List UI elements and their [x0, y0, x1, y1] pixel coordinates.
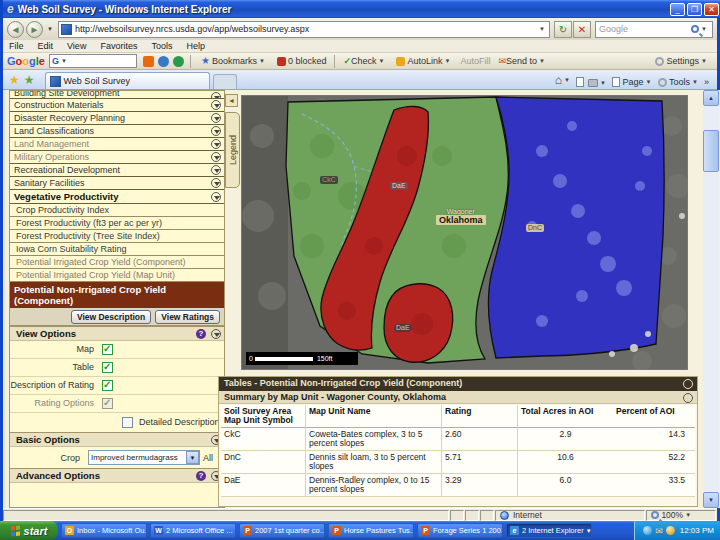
title-bar[interactable]: e Web Soil Survey - Windows Internet Exp…: [3, 0, 720, 18]
settings-button[interactable]: Settings▼: [655, 56, 709, 66]
new-tab-stub[interactable]: [213, 74, 237, 89]
sidebar-item-potential-irrigated-component[interactable]: Potential Irrigated Crop Yield (Componen…: [10, 256, 224, 269]
sidebar-collapse-arrow[interactable]: ◄: [225, 94, 238, 107]
page-scrollbar[interactable]: ▲ ▼: [703, 90, 719, 508]
sidebar-item-selected-non-irrigated[interactable]: Potential Non-Irrigated Crop Yield (Comp…: [10, 282, 224, 308]
search-placeholder[interactable]: Google: [599, 24, 691, 34]
clock-icon[interactable]: [666, 526, 675, 535]
view-description-button[interactable]: View Description: [71, 310, 151, 324]
basic-options-header[interactable]: Basic Options: [10, 432, 224, 447]
menu-tools[interactable]: Tools: [151, 41, 172, 51]
scrollbar-thumb[interactable]: [703, 130, 719, 172]
collapse-icon[interactable]: [211, 329, 221, 339]
menu-file[interactable]: File: [9, 41, 24, 51]
add-favorite-icon[interactable]: ★: [24, 73, 35, 87]
expand-icon[interactable]: [211, 100, 221, 110]
search-box[interactable]: Google ▼: [595, 21, 713, 38]
description-of-rating-checkbox[interactable]: ✓: [102, 380, 113, 391]
expand-icon[interactable]: [211, 152, 221, 162]
chevrons-more-icon[interactable]: »: [704, 77, 709, 87]
google-search-input[interactable]: G▼: [49, 54, 137, 68]
view-options-header[interactable]: View Options ?: [10, 326, 224, 341]
autolink-button[interactable]: AutoLink▼: [394, 56, 452, 66]
web-icon[interactable]: [158, 56, 169, 67]
address-field[interactable]: http://websoilsurvey.nrcs.usda.gov/app/w…: [58, 21, 550, 38]
feeds-button[interactable]: [576, 77, 584, 87]
check-button[interactable]: ✓Check▼: [343, 56, 386, 66]
sidebar-item-building-site-development[interactable]: Building Site Development: [10, 91, 224, 99]
scroll-down-icon[interactable]: ▼: [703, 492, 719, 508]
sidebar-item-forest-productivity-ft3[interactable]: Forest Productivity (ft3 per ac per yr): [10, 217, 224, 230]
scroll-up-icon[interactable]: ▲: [703, 90, 719, 106]
tab-web-soil-survey[interactable]: Web Soil Survey: [45, 72, 210, 89]
print-button[interactable]: ▼: [588, 79, 608, 87]
task-outlook[interactable]: O Inbox - Microsoft Ou...: [61, 523, 147, 538]
history-dropdown-icon[interactable]: ▼: [45, 26, 55, 32]
sidebar-item-sanitary-facilities[interactable]: Sanitary Facilities: [10, 177, 224, 190]
task-powerpoint-3[interactable]: P Forage Series 1 200...: [417, 523, 503, 538]
advanced-options-header[interactable]: Advanced Options ?: [10, 468, 224, 483]
soil-map[interactable]: CkC DaE DnC DaE Wagoner Oklahoma 0 150ft: [241, 95, 688, 370]
menu-edit[interactable]: Edit: [38, 41, 54, 51]
task-office-group[interactable]: W 2 Microsoft Office ...▼: [150, 523, 236, 538]
collapse-icon[interactable]: [683, 379, 693, 389]
table-checkbox[interactable]: ✓: [102, 362, 113, 373]
forward-button[interactable]: ►: [26, 21, 43, 38]
go-icon[interactable]: [143, 56, 154, 67]
home-button[interactable]: ⌂▼: [555, 73, 572, 87]
refresh-button[interactable]: ↻: [554, 21, 572, 38]
legend-tab[interactable]: Legend: [225, 112, 240, 188]
page-button[interactable]: Page▼: [612, 77, 654, 87]
stop-button[interactable]: ✕: [573, 21, 591, 38]
expand-icon[interactable]: [211, 139, 221, 149]
expand-icon[interactable]: [211, 165, 221, 175]
detailed-description-checkbox[interactable]: [122, 417, 133, 428]
menu-favorites[interactable]: Favorites: [100, 41, 137, 51]
bookmarks-button[interactable]: ★Bookmarks▼: [199, 55, 267, 68]
sidebar-item-crop-productivity-index[interactable]: Crop Productivity Index: [10, 204, 224, 217]
minimize-button[interactable]: _: [670, 3, 685, 16]
expand-icon[interactable]: [211, 178, 221, 188]
crop-select[interactable]: Improved bermudagrass ▼: [88, 450, 200, 465]
search-dropdown-icon[interactable]: ▼: [699, 26, 709, 32]
task-powerpoint-1[interactable]: P 2007 1st quarter co...: [239, 523, 325, 538]
autofill-button[interactable]: AutoFill: [460, 56, 490, 66]
collapse-icon[interactable]: [211, 192, 221, 202]
favorites-center-icon[interactable]: ★: [9, 73, 20, 87]
sendto-button[interactable]: ✉Send to▼: [498, 56, 547, 66]
sidebar-item-forest-productivity-tree-site[interactable]: Forest Productivity (Tree Site Index): [10, 230, 224, 243]
expand-icon[interactable]: [211, 92, 221, 99]
select-arrow-icon[interactable]: ▼: [186, 451, 199, 464]
clock-time[interactable]: 12:03 PM: [680, 526, 714, 535]
sidebar-item-military-operations[interactable]: Military Operations: [10, 151, 224, 164]
view-ratings-button[interactable]: View Ratings: [155, 310, 220, 324]
popup-blocked-button[interactable]: 0 blocked: [275, 56, 327, 66]
site-icon[interactable]: [173, 56, 184, 67]
url-text[interactable]: http://websoilsurvey.nrcs.usda.gov/app/w…: [75, 24, 537, 34]
search-icon[interactable]: [691, 25, 699, 33]
start-button[interactable]: start: [0, 521, 58, 540]
menu-view[interactable]: View: [67, 41, 86, 51]
sidebar-section-vegetative-productivity[interactable]: Vegetative Productivity: [10, 190, 224, 204]
tables-panel-subtitle[interactable]: Summary by Map Unit - Wagoner County, Ok…: [219, 391, 697, 404]
sidebar-item-recreational-development[interactable]: Recreational Development: [10, 164, 224, 177]
tables-panel-title[interactable]: Tables - Potential Non-Irrigated Crop Yi…: [219, 377, 697, 391]
sidebar-item-construction-materials[interactable]: Construction Materials: [10, 99, 224, 112]
sidebar-item-potential-irrigated-map-unit[interactable]: Potential Irrigated Crop Yield (Map Unit…: [10, 269, 224, 282]
sidebar-item-land-classifications[interactable]: Land Classifications: [10, 125, 224, 138]
task-internet-explorer[interactable]: e 2 Internet Explorer▼: [506, 523, 592, 538]
help-icon[interactable]: ?: [196, 471, 206, 481]
expand-icon[interactable]: [211, 126, 221, 136]
zoom-control[interactable]: 100% ▼: [646, 510, 716, 521]
maximize-button[interactable]: ❐: [687, 3, 702, 16]
address-dropdown-icon[interactable]: ▼: [537, 26, 547, 32]
all-link[interactable]: All: [200, 453, 213, 463]
sidebar-item-land-management[interactable]: Land Management: [10, 138, 224, 151]
sidebar-item-disaster-recovery-planning[interactable]: Disaster Recovery Planning: [10, 112, 224, 125]
sidebar-item-iowa-corn-suitability[interactable]: Iowa Corn Suitability Rating: [10, 243, 224, 256]
help-icon[interactable]: ?: [196, 329, 206, 339]
close-button[interactable]: ✕: [704, 3, 719, 16]
tools-button[interactable]: Tools▼: [658, 77, 700, 87]
collapse-icon[interactable]: [683, 393, 693, 403]
map-checkbox[interactable]: ✓: [102, 344, 113, 355]
